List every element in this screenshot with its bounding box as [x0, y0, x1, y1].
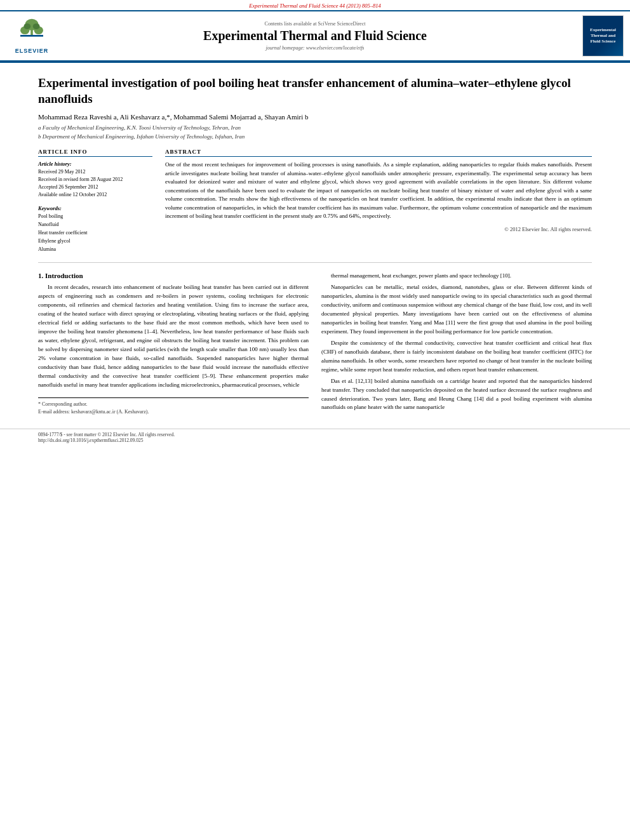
- svg-rect-0: [20, 35, 43, 37]
- author-names: Mohammad Reza Raveshi a, Ali Keshavarz a…: [38, 113, 309, 121]
- email-note: E-mail address: keshavarz@kntu.ac.ir (A.…: [38, 408, 309, 416]
- content-area: Experimental investigation of pool boili…: [0, 63, 630, 429]
- journal-logo-right: ExperimentalThermal andFluid Science: [573, 15, 624, 57]
- abstract-panel: ABSTRACT One of the most recent techniqu…: [165, 149, 592, 253]
- sciverse-line: Contents lists available at SciVerse Sci…: [57, 21, 573, 27]
- abstract-text: One of the most recent techniques for im…: [165, 161, 592, 221]
- revised-date: Received in revised form 28 August 2012: [38, 176, 152, 183]
- elsevier-label: ELSEVIER: [15, 48, 49, 54]
- accepted-date: Accepted 26 September 2012: [38, 183, 152, 191]
- available-date: Available online 12 October 2012: [38, 191, 152, 199]
- body-left-col: 1. Introduction In recent decades, resea…: [38, 272, 309, 415]
- article-info-header: ARTICLE INFO: [38, 149, 152, 157]
- keywords-label: Keywords:: [38, 205, 152, 211]
- elsevier-logo: ELSEVIER: [6, 18, 57, 54]
- journal-title: Experimental Thermal and Fluid Science: [57, 29, 573, 43]
- issn-line: 0894-1777/$ - see front matter © 2012 El…: [38, 432, 592, 437]
- info-abstract-section: ARTICLE INFO Article history: Received 2…: [38, 149, 592, 253]
- affiliation-a: a Faculty of Mechanical Engineering, K.N…: [38, 124, 592, 133]
- journal-homepage: journal homepage: www.elsevier.com/locat…: [57, 45, 573, 51]
- intro-heading: 1. Introduction: [38, 272, 309, 279]
- intro-para1: In recent decades, research into enhance…: [38, 283, 309, 389]
- history-label: Article history:: [38, 161, 152, 167]
- journal-logo-box: ExperimentalThermal andFluid Science: [582, 15, 624, 57]
- svg-point-6: [33, 23, 40, 29]
- affiliation-b: b Department of Mechanical Engineering, …: [38, 133, 592, 142]
- section-number: 1.: [38, 272, 43, 279]
- corresponding-note: * Corresponding author.: [38, 401, 309, 408]
- svg-point-5: [23, 23, 30, 29]
- keyword-5: Alumina: [38, 246, 152, 254]
- journal-header: ELSEVIER Contents lists available at Sci…: [0, 10, 630, 61]
- journal-title-area: Contents lists available at SciVerse Sci…: [57, 21, 573, 51]
- authors-line: Mohammad Reza Raveshi a, Ali Keshavarz a…: [38, 113, 592, 121]
- keyword-4: Ethylene glycol: [38, 237, 152, 246]
- abstract-header: ABSTRACT: [165, 149, 592, 157]
- keyword-2: Nanofluid: [38, 221, 152, 229]
- body-right-col: thermal management, heat exchanger, powe…: [321, 272, 592, 415]
- keywords-list: Pool boiling Nanofluid Heat transfer coe…: [38, 213, 152, 253]
- intro-para3: Nanoparticles can be metallic, metal oxi…: [321, 283, 592, 337]
- body-section: 1. Introduction In recent decades, resea…: [38, 272, 592, 415]
- affiliations: a Faculty of Mechanical Engineering, K.N…: [38, 124, 592, 141]
- intro-para4: Despite the consistency of the thermal c…: [321, 339, 592, 375]
- bottom-bar: 0894-1777/$ - see front matter © 2012 El…: [0, 429, 630, 446]
- article-title: Experimental investigation of pool boili…: [38, 76, 592, 107]
- keyword-1: Pool boiling: [38, 213, 152, 221]
- copyright-line: © 2012 Elsevier Inc. All rights reserved…: [165, 226, 592, 232]
- elsevier-tree-icon: [13, 18, 51, 46]
- keyword-3: Heat transfer coefficient: [38, 229, 152, 237]
- intro-para-left: In recent decades, research into enhance…: [38, 283, 309, 389]
- received-date: Received 29 May 2012: [38, 168, 152, 176]
- journal-reference: Experimental Thermal and Fluid Science 4…: [0, 0, 630, 10]
- footnote-area: * Corresponding author. E-mail address: …: [38, 397, 309, 416]
- intro-para2: thermal management, heat exchanger, powe…: [321, 272, 592, 281]
- intro-para-right: thermal management, heat exchanger, powe…: [321, 272, 592, 412]
- intro-para5: Das et al. [12,13] boiled alumina nanofl…: [321, 377, 592, 413]
- article-info-panel: ARTICLE INFO Article history: Received 2…: [38, 149, 152, 253]
- section-divider: [38, 262, 592, 263]
- journal-ref-text: Experimental Thermal and Fluid Science 4…: [249, 3, 381, 9]
- doi-line: http://dx.doi.org/10.1016/j.expthermflus…: [38, 437, 592, 443]
- section-title-text: Introduction: [45, 272, 83, 279]
